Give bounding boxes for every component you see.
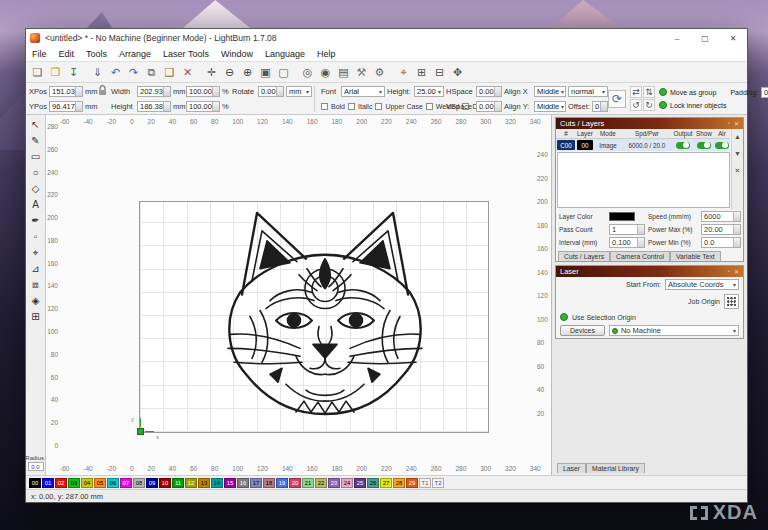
import-icon[interactable]: ↧ <box>65 64 82 81</box>
screenshot-icon[interactable]: ◎ <box>299 64 316 81</box>
xpos-input[interactable]: 151.038 <box>49 86 83 97</box>
output-toggle[interactable] <box>676 142 690 149</box>
palette-swatch[interactable]: 01 <box>42 478 54 488</box>
undo-icon[interactable]: ↶ <box>107 64 124 81</box>
measure-tool[interactable]: ⊿ <box>28 261 44 276</box>
scale-x-input[interactable]: 100.000 <box>186 86 220 97</box>
vspace-input[interactable]: 0.00 <box>476 101 502 112</box>
position-laser-icon[interactable]: ⌖ <box>395 64 412 81</box>
panel-close-icon[interactable]: ✕ <box>734 120 739 127</box>
start-from-select[interactable]: Absolute Coords <box>665 279 739 290</box>
refresh-size-icon[interactable]: ⟳ <box>608 90 626 108</box>
menu-item[interactable]: Arrange <box>113 49 157 59</box>
offset-input[interactable]: 0.00 <box>592 101 608 112</box>
palette-swatch[interactable]: 15 <box>224 478 236 488</box>
palette-swatch[interactable]: 03 <box>68 478 80 488</box>
polygon-tool[interactable]: ◇ <box>28 181 44 196</box>
redo-icon[interactable]: ↷ <box>125 64 142 81</box>
pan-icon[interactable]: ✛ <box>203 64 220 81</box>
delete-icon[interactable]: ✕ <box>179 64 196 81</box>
layer-delete-icon[interactable]: ✕ <box>735 167 741 175</box>
palette-swatch[interactable]: 19 <box>276 478 288 488</box>
units-select[interactable]: mm <box>286 86 312 97</box>
rotate-ccw-icon[interactable]: ↺ <box>630 99 642 111</box>
panel-tab[interactable]: Variable Text <box>670 251 721 261</box>
layer-color-swatch[interactable]: 00 <box>577 140 593 150</box>
new-file-icon[interactable]: ❏ <box>29 64 46 81</box>
palette-swatch[interactable]: 08 <box>133 478 145 488</box>
interval-input[interactable]: 0.100 <box>609 237 645 248</box>
array-tool[interactable]: ⊞ <box>28 309 44 324</box>
palette-swatch[interactable]: T1 <box>419 478 431 488</box>
lock-aspect-icon[interactable] <box>98 85 109 98</box>
trace-image-tool[interactable]: ◈ <box>28 293 44 308</box>
ypos-input[interactable]: 96.417 <box>49 101 83 112</box>
node-edit-tool[interactable]: ▫ <box>28 229 44 244</box>
menu-item[interactable]: Help <box>311 49 342 59</box>
width-input[interactable]: 202.933 <box>137 86 171 97</box>
palette-swatch[interactable]: 09 <box>146 478 158 488</box>
settings-gear-icon[interactable]: ⚙ <box>371 64 388 81</box>
air-toggle[interactable] <box>715 142 729 149</box>
rectangle-tool[interactable]: ▭ <box>28 149 44 164</box>
text-tool[interactable]: A <box>28 197 44 212</box>
radius-input[interactable]: 0.0 <box>28 462 44 471</box>
palette-swatch[interactable]: 12 <box>185 478 197 488</box>
palette-swatch[interactable]: T2 <box>432 478 444 488</box>
minimize-button[interactable]: – <box>663 29 691 47</box>
menu-item[interactable]: Language <box>259 49 311 59</box>
italic-checkbox[interactable] <box>348 103 355 110</box>
layer-row[interactable]: C00 00 Image 6000.0 / 20.0 <box>556 139 731 151</box>
palette-swatch[interactable]: 27 <box>380 478 392 488</box>
power-max-input[interactable]: 20.00 <box>701 224 741 235</box>
copy-icon[interactable]: ⧉ <box>143 64 160 81</box>
offset-tool[interactable]: ⧈ <box>28 277 44 292</box>
palette-swatch[interactable]: 07 <box>120 478 132 488</box>
layer-up-icon[interactable]: ▲ <box>734 133 741 140</box>
palette-swatch[interactable]: 29 <box>406 478 418 488</box>
palette-swatch[interactable]: 25 <box>354 478 366 488</box>
menu-item[interactable]: Edit <box>53 49 81 59</box>
rotate-input[interactable]: 0.00 <box>258 86 284 97</box>
frame-selection-icon[interactable]: ▣ <box>257 64 274 81</box>
palette-swatch[interactable]: 17 <box>250 478 262 488</box>
draw-lines-tool[interactable]: ✎ <box>28 133 44 148</box>
panel-tab[interactable]: Material Library <box>586 463 645 473</box>
palette-swatch[interactable]: 00 <box>29 478 41 488</box>
palette-swatch[interactable]: 06 <box>107 478 119 488</box>
palette-swatch[interactable]: 05 <box>94 478 106 488</box>
font-height-input[interactable]: 25.00 <box>414 86 444 97</box>
layer-mode[interactable]: Image <box>594 139 622 151</box>
bold-checkbox[interactable] <box>321 103 328 110</box>
dock-left-icon[interactable]: ⊞ <box>413 64 430 81</box>
font-style-select[interactable]: normal <box>568 86 608 97</box>
panel-tab[interactable]: Camera Control <box>610 251 670 261</box>
palette-swatch[interactable]: 04 <box>81 478 93 488</box>
zoom-page-icon[interactable]: ▢ <box>275 64 292 81</box>
palette-swatch[interactable]: 02 <box>55 478 67 488</box>
flip-v-icon[interactable]: ⇅ <box>643 86 655 98</box>
palette-swatch[interactable]: 10 <box>159 478 171 488</box>
palette-swatch[interactable]: 26 <box>367 478 379 488</box>
ellipse-tool[interactable]: ○ <box>28 165 44 180</box>
maximize-button[interactable]: ▢ <box>691 29 719 47</box>
font-select[interactable]: Arial <box>341 86 385 97</box>
zoom-in-icon[interactable]: ⊕ <box>239 64 256 81</box>
palette-swatch[interactable]: 28 <box>393 478 405 488</box>
welded-checkbox[interactable] <box>426 103 433 110</box>
align-x-select[interactable]: Middle <box>534 86 566 97</box>
menu-item[interactable]: Window <box>215 49 259 59</box>
monitor-icon[interactable]: ▤ <box>335 64 352 81</box>
palette-swatch[interactable]: 21 <box>302 478 314 488</box>
cat-mandala-image[interactable] <box>200 205 450 426</box>
palette-swatch[interactable]: 23 <box>328 478 340 488</box>
job-origin-grid[interactable] <box>724 294 739 309</box>
panel-float-icon[interactable]: ▫ <box>728 268 730 275</box>
close-button[interactable]: ✕ <box>719 29 747 47</box>
panel-close-icon[interactable]: ✕ <box>734 268 739 275</box>
dock-right-icon[interactable]: ⊟ <box>431 64 448 81</box>
flip-h-icon[interactable]: ⇄ <box>630 86 642 98</box>
menu-item[interactable]: Tools <box>80 49 113 59</box>
layer-list[interactable] <box>557 152 730 208</box>
padding-input[interactable]: 0.0 <box>761 87 768 98</box>
